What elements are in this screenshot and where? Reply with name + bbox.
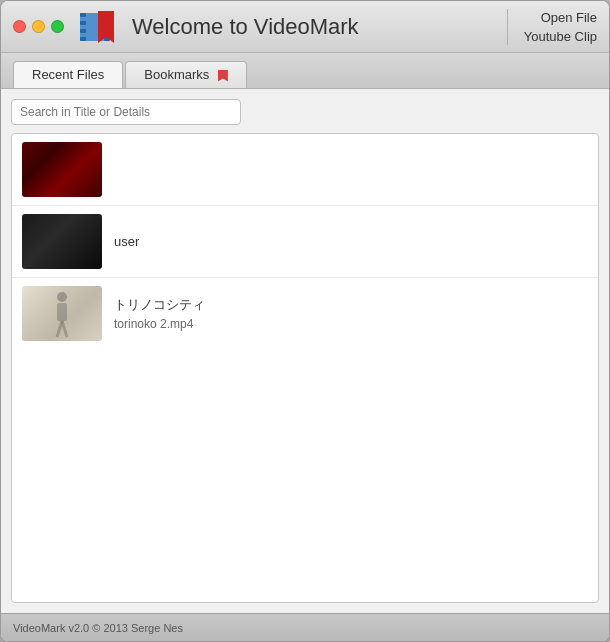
app-icon — [78, 5, 122, 49]
thumbnail — [22, 142, 102, 197]
maximize-button[interactable] — [51, 20, 64, 33]
thumbnail — [22, 286, 102, 341]
file-title: トリノコシティ — [114, 296, 205, 314]
status-text: VideoMark v2.0 © 2013 Serge Nes — [13, 622, 183, 634]
main-window: Welcome to VideoMark Open File Youtube C… — [0, 0, 610, 642]
thumbnail — [22, 214, 102, 269]
svg-rect-2 — [80, 21, 86, 25]
list-item[interactable]: user — [12, 206, 598, 278]
list-item[interactable] — [12, 134, 598, 206]
status-bar: VideoMark v2.0 © 2013 Serge Nes — [1, 613, 609, 641]
search-input[interactable] — [11, 99, 241, 125]
tab-recent-files[interactable]: Recent Files — [13, 61, 123, 88]
bookmark-icon — [218, 70, 228, 82]
svg-point-10 — [57, 292, 67, 302]
svg-rect-1 — [80, 13, 86, 17]
file-info: トリノコシティ torinoko 2.mp4 — [114, 296, 205, 331]
tab-bookmarks[interactable]: Bookmarks — [125, 61, 247, 88]
file-subtitle: torinoko 2.mp4 — [114, 317, 205, 331]
main-content: user トリノコシティ torinoko 2.mp4 — [1, 89, 609, 613]
list-item[interactable]: トリノコシティ torinoko 2.mp4 — [12, 278, 598, 349]
open-file-button[interactable]: Open File — [541, 9, 597, 26]
svg-rect-4 — [80, 37, 86, 41]
youtube-clip-button[interactable]: Youtube Clip — [524, 28, 597, 45]
tabs-area: Recent Files Bookmarks — [1, 53, 609, 89]
close-button[interactable] — [13, 20, 26, 33]
title-bar: Welcome to VideoMark Open File Youtube C… — [1, 1, 609, 53]
file-title: user — [114, 234, 139, 249]
svg-rect-3 — [80, 29, 86, 33]
file-list: user トリノコシティ torinoko 2.mp4 — [11, 133, 599, 603]
minimize-button[interactable] — [32, 20, 45, 33]
svg-rect-11 — [57, 303, 67, 321]
thumbnail-figure — [47, 289, 77, 339]
app-title: Welcome to VideoMark — [132, 14, 507, 40]
traffic-lights — [13, 20, 64, 33]
header-buttons: Open File Youtube Clip — [507, 9, 597, 45]
file-info: user — [114, 234, 139, 249]
svg-line-13 — [62, 321, 67, 337]
